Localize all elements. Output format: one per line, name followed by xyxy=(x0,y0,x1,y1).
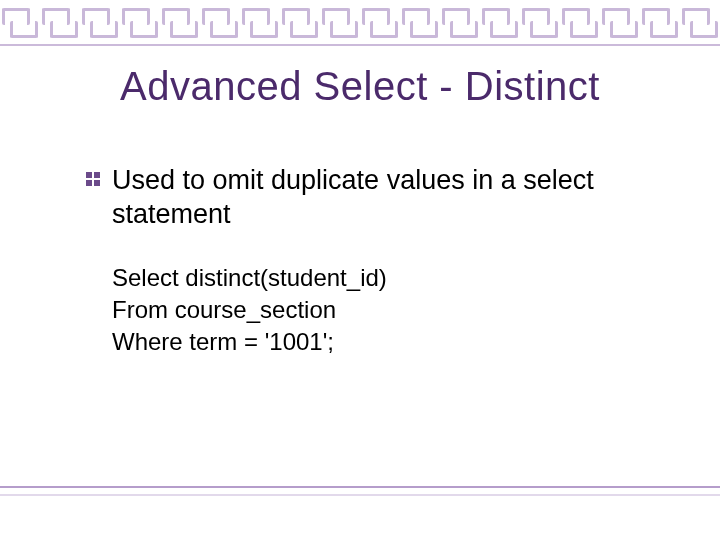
code-line-3: Where term = '1001'; xyxy=(112,326,666,358)
bottom-rule-secondary xyxy=(0,494,720,496)
content-area: Used to omit duplicate values in a selec… xyxy=(86,164,666,359)
code-block: Select distinct(student_id) From course_… xyxy=(112,262,666,359)
slide-title: Advanced Select - Distinct xyxy=(0,64,720,109)
code-line-1: Select distinct(student_id) xyxy=(112,262,666,294)
bullet-text: Used to omit duplicate values in a selec… xyxy=(112,164,666,232)
code-line-2: From course_section xyxy=(112,294,666,326)
bullet-item: Used to omit duplicate values in a selec… xyxy=(86,164,666,232)
slide: Advanced Select - Distinct Used to omit … xyxy=(0,0,720,540)
bullet-icon xyxy=(86,172,106,192)
bottom-rule xyxy=(0,486,720,488)
top-decorative-border xyxy=(0,6,720,40)
top-rule xyxy=(0,44,720,46)
